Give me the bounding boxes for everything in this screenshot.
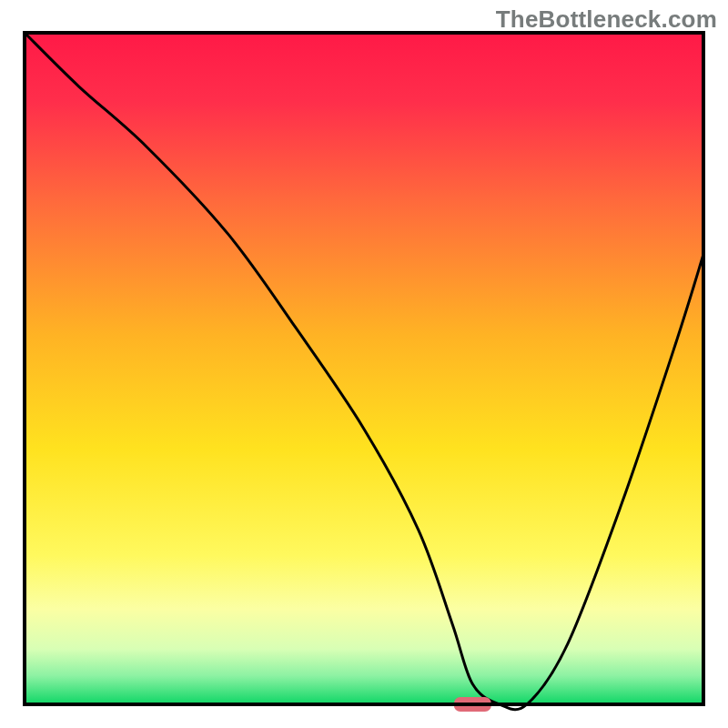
plot-background: [26, 35, 702, 703]
chart-container: TheBottleneck.com: [0, 0, 728, 728]
watermark-text: TheBottleneck.com: [496, 5, 717, 34]
bottleneck-chart: [0, 0, 728, 728]
